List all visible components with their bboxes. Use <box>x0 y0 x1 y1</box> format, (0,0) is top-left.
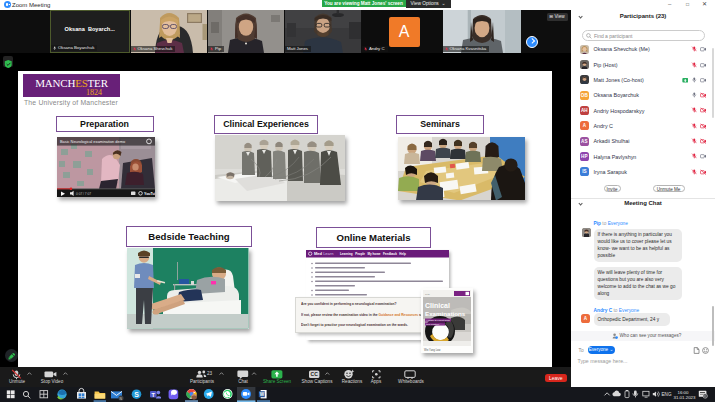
svg-text:Clinical: Clinical <box>425 301 450 308</box>
svg-text:and mastery: and mastery <box>426 322 440 325</box>
svg-text:Examinations: Examinations <box>425 309 466 316</box>
svg-text:0:07 / 7:07: 0:07 / 7:07 <box>76 192 91 196</box>
svg-text:Learning People My home: Learning People My home Feedback Help <box>340 252 406 256</box>
svg-text:T: T <box>151 392 155 398</box>
svg-text:Wei Yang Low: Wei Yang Low <box>424 347 441 351</box>
svg-text:Med Learn: Med Learn <box>314 251 333 256</box>
svg-text:31.01.2023: 31.01.2023 <box>674 395 697 400</box>
svg-text:ENG: ENG <box>662 392 672 397</box>
svg-text:W: W <box>260 392 265 397</box>
svg-text:YouTube: YouTube <box>144 192 155 196</box>
svg-text:CC: CC <box>311 371 319 377</box>
svg-text:A guide to expert skills: A guide to expert skills <box>426 319 451 322</box>
svg-text:16:00: 16:00 <box>678 390 690 395</box>
svg-text:19th: 19th <box>425 292 430 295</box>
svg-text:23: 23 <box>207 371 213 376</box>
svg-text:Basic Neurological examination: Basic Neurological examination demo <box>60 138 125 143</box>
svg-text:S: S <box>134 391 139 398</box>
